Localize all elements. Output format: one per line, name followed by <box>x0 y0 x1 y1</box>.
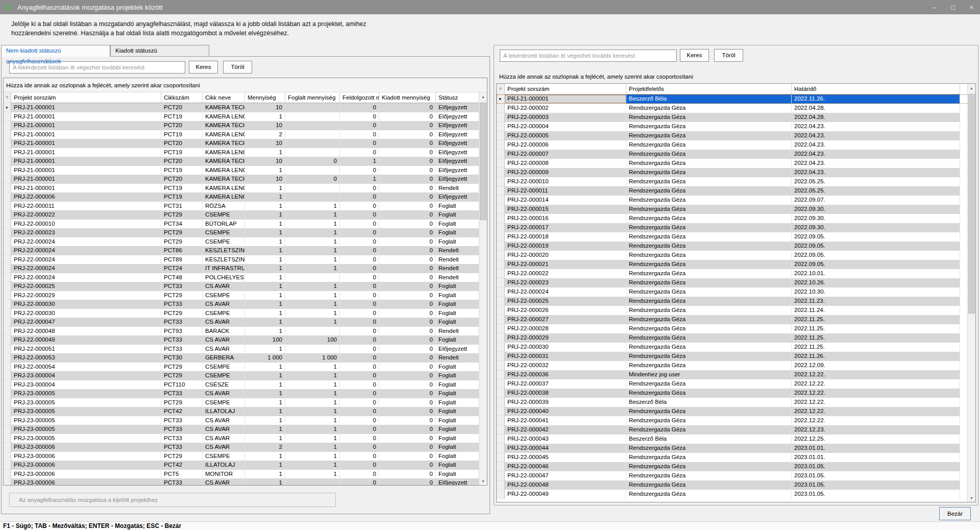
table-row[interactable]: PRJ-22-000030PCT33CS AVAR1100Foglalt <box>4 300 487 309</box>
right-search-button[interactable]: Keres <box>680 49 709 62</box>
table-row[interactable]: PRJ-21-000001PCT20KAMERA TECHN10010Elője… <box>4 157 487 166</box>
table-row[interactable]: PRJ-22-000008Rendszergazda Géza2022.04.2… <box>497 159 975 168</box>
table-row[interactable]: PRJ-22-000046Rendszergazda Géza2023.01.0… <box>497 462 975 471</box>
table-row[interactable]: PRJ-22-000030PCT29CSEMPE1100Foglalt <box>4 309 487 318</box>
move-to-project-button[interactable]: Az anyagfelhasználás mozgatása a kijelöl… <box>9 493 336 507</box>
table-row[interactable]: PRJ-22-000027Rendszergazda Géza2022.11.2… <box>497 315 975 324</box>
table-row[interactable]: PRJ-22-000043Beszerző Béla2022.12.25. <box>497 435 975 444</box>
table-row[interactable]: PRJ-22-000006PCT19KAMERA LENCSE100Előjeg… <box>4 192 487 202</box>
right-search-input[interactable] <box>500 50 677 62</box>
column-header[interactable]: Cikk neve <box>203 92 245 103</box>
table-row[interactable]: PRJ-22-000014Rendszergazda Géza2022.09.0… <box>497 196 975 205</box>
table-row[interactable]: PRJ-22-000017Rendszergazda Géza2022.09.3… <box>497 223 975 232</box>
table-row[interactable]: PRJ-22-000024PCT86KESZLETSZIN TE1100Rend… <box>4 246 487 255</box>
left-clear-button[interactable]: Töröl <box>223 61 252 74</box>
table-row[interactable]: PRJ-22-000015Rendszergazda Géza2022.09.3… <box>497 205 975 214</box>
table-row[interactable]: PRJ-22-000024Rendszergazda Géza2022.10.3… <box>497 287 975 297</box>
bezar-button[interactable]: Bezár <box>939 507 971 520</box>
table-row[interactable]: PRJ-22-000029Rendszergazda Géza2022.11.2… <box>497 333 975 343</box>
left-search-button[interactable]: Keres <box>189 61 218 74</box>
table-row[interactable]: PRJ-22-000003Rendszergazda Géza2022.04.2… <box>497 113 975 122</box>
table-row[interactable]: PRJ-22-000024PCT29CSEMPE1100Foglalt <box>4 237 487 247</box>
table-row[interactable]: PRJ-23-000006PCT33CS AVAR2100Foglalt <box>4 443 487 452</box>
table-row[interactable]: PRJ-22-000048PCT93BARACK100Rendelt <box>4 327 487 336</box>
column-header[interactable]: Projekt sorszám <box>11 92 161 103</box>
table-row[interactable]: PRJ-21-000001PCT19KAMERA LENCSE100Előjeg… <box>4 112 487 122</box>
table-row[interactable]: PRJ-22-000021Rendszergazda Géza2022.09.0… <box>497 260 975 269</box>
table-row[interactable]: PRJ-23-000006PCT29CSEMPE1100Foglalt <box>4 452 487 461</box>
table-row[interactable]: PRJ-22-000023Rendszergazda Géza2022.10.2… <box>497 278 975 287</box>
table-row[interactable]: PRJ-21-000001PCT19KAMERA LENCSE100Rendel… <box>4 184 487 193</box>
table-row[interactable]: PRJ-22-000030Rendszergazda Géza2022.11.2… <box>497 343 975 352</box>
table-row[interactable]: PRJ-22-000011Rendszergazda Géza2022.05.2… <box>497 186 975 196</box>
table-row[interactable]: PRJ-22-000023PCT29CSEMPE1100Foglalt <box>4 228 487 237</box>
table-row[interactable]: PRJ-22-000024PCT48POLCHELYES CI100Rendel… <box>4 273 487 282</box>
left-scroll-thumb[interactable] <box>480 103 486 220</box>
scroll-down-icon[interactable]: ▼ <box>968 494 975 502</box>
table-row[interactable]: PRJ-22-000041Rendszergazda Géza2022.12.2… <box>497 416 975 425</box>
table-row[interactable]: PRJ-22-000010Rendszergazda Géza2022.05.2… <box>497 177 975 186</box>
table-row[interactable]: PRJ-22-000038Rendszergazda Géza2022.12.2… <box>497 389 975 398</box>
table-row[interactable]: PRJ-22-000006Rendszergazda Géza2022.04.2… <box>497 140 975 150</box>
table-row[interactable]: PRJ-23-000005PCT33CS AVAR1100Foglalt <box>4 425 487 434</box>
table-row[interactable]: PRJ-22-000051PCT33CS AVAR100Előjegyzett <box>4 345 487 354</box>
table-row[interactable]: PRJ-22-000026Rendszergazda Géza2022.11.2… <box>497 306 975 315</box>
tab-kiadott[interactable]: Kiadott státuszú anyagfelhasználások <box>110 45 209 57</box>
column-header[interactable]: Foglalt mennyiség <box>285 92 340 103</box>
table-row[interactable]: PRJ-22-000005Rendszergazda Géza2022.04.2… <box>497 131 975 140</box>
table-row[interactable]: PRJ-22-000010PCT34BÚTORLAP1100Foglalt <box>4 220 487 229</box>
table-row[interactable]: PRJ-23-000004PCT29CSEMPE1100Foglalt <box>4 371 487 380</box>
table-row[interactable]: PRJ-22-000022Rendszergazda Géza2022.10.0… <box>497 269 975 278</box>
table-row[interactable]: PRJ-23-000004PCT110CSÉSZE1100Foglalt <box>4 380 487 390</box>
scroll-up-icon[interactable]: ▲ <box>968 84 975 92</box>
table-row[interactable]: PRJ-21-000001PCT20KAMERA TECHN1000Előjeg… <box>4 121 487 130</box>
table-row[interactable]: PRJ-22-000054PCT29CSEMPE1100Foglalt <box>4 363 487 372</box>
column-header[interactable]: Határidő <box>792 84 960 94</box>
scroll-up-icon[interactable]: ▲ <box>479 92 487 101</box>
table-row[interactable]: PRJ-23-000006PCT5MONITOR1100Foglalt <box>4 470 487 479</box>
table-row[interactable]: PRJ-23-000006PCT33CS AVAR100Előjegyzett <box>4 478 487 486</box>
column-header[interactable]: Projekt sorszám <box>505 84 626 94</box>
table-row[interactable]: PRJ-22-000011PCT31RÓZSA1100Foglalt <box>4 202 487 211</box>
table-row[interactable]: PRJ-22-000002Rendszergazda Géza2022.04.2… <box>497 104 975 113</box>
right-clear-button[interactable]: Töröl <box>714 49 743 62</box>
table-row[interactable]: PRJ-22-000037Rendszergazda Géza2022.12.2… <box>497 379 975 389</box>
table-row[interactable]: PRJ-22-000047PCT33CS AVAR1100Foglalt <box>4 318 487 327</box>
table-row[interactable]: PRJ-22-000053PCT30GERBERA1 0001 00000Ren… <box>4 353 487 363</box>
table-row[interactable]: PRJ-22-000047Rendszergazda Géza2023.01.0… <box>497 471 975 480</box>
table-row[interactable]: PRJ-22-000022PCT29CSEMPE1100Foglalt <box>4 210 487 220</box>
right-grid-scrollbar[interactable]: ▲ ▼ <box>967 84 975 502</box>
table-row[interactable]: PRJ-22-000031Rendszergazda Géza2022.11.2… <box>497 352 975 361</box>
table-row[interactable]: PRJ-22-000032Rendszergazda Géza2022.12.0… <box>497 361 975 370</box>
table-row[interactable]: PRJ-23-000005PCT42ILLATOLAJ1100Foglalt <box>4 407 487 416</box>
table-row[interactable]: PRJ-23-000005PCT29CSEMPE1100Foglalt <box>4 398 487 407</box>
column-header[interactable]: Cikkszám <box>161 92 203 103</box>
table-row[interactable]: PRJ-22-000049PCT33CS AVAR10010000Foglalt <box>4 335 487 345</box>
scroll-down-icon[interactable]: ▼ <box>479 477 487 485</box>
table-row[interactable]: PRJ-23-000005PCT33CS AVAR1100Foglalt <box>4 434 487 443</box>
table-row[interactable]: PRJ-23-000006PCT42ILLATOLAJ1100Foglalt <box>4 461 487 470</box>
table-row[interactable]: PRJ-22-000004Rendszergazda Géza2022.04.2… <box>497 122 975 131</box>
table-row[interactable]: PRJ-22-000009Rendszergazda Géza2022.04.2… <box>497 168 975 177</box>
table-row[interactable]: PRJ-21-000001PCT20KAMERA TECHN1000Előjeg… <box>4 139 487 148</box>
table-row[interactable]: PRJ-22-000044Rendszergazda Géza2023.01.0… <box>497 444 975 453</box>
table-row[interactable]: PRJ-22-000024PCT24IT INFRASTRUK1100Rende… <box>4 264 487 273</box>
minimize-button[interactable]: – <box>929 4 940 11</box>
table-row[interactable]: PRJ-22-000020Rendszergazda Géza2022.09.0… <box>497 251 975 260</box>
table-row[interactable]: PRJ-22-000048Rendszergazda Géza2023.01.0… <box>497 480 975 490</box>
table-row[interactable]: PRJ-22-000025PCT33CS AVAR1100Foglalt <box>4 282 487 291</box>
column-header[interactable]: Mennyiség <box>245 92 285 103</box>
table-row[interactable]: PRJ-22-000016Rendszergazda Géza2022.09.3… <box>497 214 975 223</box>
table-row[interactable]: PRJ-21-000001PCT20KAMERA TECHN10010Elője… <box>4 175 487 184</box>
table-row[interactable]: PRJ-21-000001PCT19KAMERA LENCSE100Előjeg… <box>4 148 487 157</box>
table-row[interactable]: PRJ-23-000005PCT33CS AVAR1100Foglalt <box>4 389 487 398</box>
table-row[interactable]: PRJ-22-000042Rendszergazda Géza2022.12.2… <box>497 425 975 435</box>
column-header[interactable]: Projektfelelős <box>626 84 792 94</box>
table-row[interactable]: PRJ-22-000007Rendszergazda Géza2022.04.2… <box>497 150 975 159</box>
table-row[interactable]: PRJ-22-000045Rendszergazda Géza2023.01.0… <box>497 453 975 462</box>
table-row[interactable]: ▸PRJ-21-000001Beszerző Béla2022.11.26. <box>497 94 975 104</box>
right-scroll-thumb[interactable] <box>968 94 975 314</box>
left-group-panel[interactable]: Húzza ide annak az oszlopnak a fejlécét,… <box>4 78 487 92</box>
table-row[interactable]: PRJ-22-000018Rendszergazda Géza2022.09.0… <box>497 232 975 242</box>
close-icon[interactable]: × <box>966 4 977 11</box>
